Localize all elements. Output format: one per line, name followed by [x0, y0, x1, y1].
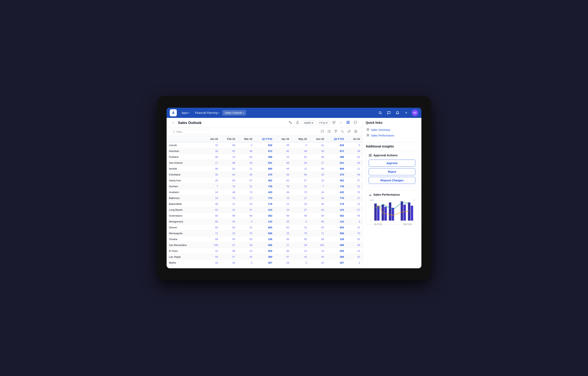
cell-value: 70 [237, 189, 255, 195]
svg-rect-21 [369, 154, 370, 155]
svg-rect-16 [368, 130, 369, 130]
cell-value: 133 [255, 219, 275, 225]
table-row: Santa Ana20605746260572046257 [167, 178, 363, 184]
cell-value: 36 [203, 148, 220, 154]
cell-value: 7 [203, 184, 220, 189]
cell-value: 872 [255, 148, 275, 154]
svg-rect-15 [367, 130, 368, 130]
cell-value: 889 [326, 166, 346, 172]
additional-insights-title: Additional insights [366, 145, 418, 148]
sort-icon[interactable] [287, 120, 293, 126]
svg-rect-13 [367, 128, 368, 129]
col-header-mar22: Mar 22 [237, 136, 255, 142]
cell-city: Baltimore [167, 195, 203, 201]
cell-value: 17 [203, 160, 220, 166]
more-options-icon[interactable]: ··· [338, 120, 343, 125]
cell-value: 3 [292, 219, 309, 225]
cell-value: 96 [275, 248, 291, 254]
cell-value: 5 [292, 142, 309, 148]
search-button[interactable] [377, 110, 383, 116]
svg-rect-6 [349, 123, 350, 124]
cell-value: 375 [326, 172, 346, 178]
svg-rect-20 [368, 135, 369, 136]
cell-value: 11 [292, 166, 309, 172]
approve-button[interactable]: Approve [369, 160, 415, 167]
cell-value: 20 [309, 178, 326, 184]
cell-value: 178 [255, 201, 275, 207]
svg-rect-18 [368, 134, 369, 135]
sales-performance-chart: 1000M 0 [369, 198, 415, 222]
cell-city: Minneapolis [167, 230, 203, 236]
cell-value: 488 [326, 154, 346, 160]
toolbar-filter-icon[interactable] [333, 129, 339, 135]
nav-item-apps[interactable]: Apps ▾ [179, 110, 192, 115]
notification-button[interactable] [394, 110, 401, 116]
cell-value: 60 [220, 178, 237, 184]
svg-rect-4 [349, 121, 350, 122]
chevron-down-icon: ▾ [312, 121, 313, 124]
cell-value: 3 [292, 260, 309, 266]
cell-value: 57 [346, 207, 363, 213]
cell-value: 57 [346, 178, 363, 184]
cell-value: 35 [346, 160, 363, 166]
nav-item-sales-outlook[interactable]: Sales Outlook ▾ [222, 110, 246, 115]
table-row: Omaha88956510895658810865 [167, 236, 363, 242]
year-filter[interactable]: FY22 ▾ [317, 120, 330, 125]
cell-value: 36 [309, 148, 326, 154]
cell-value: 31 [346, 225, 363, 230]
svg-rect-14 [368, 128, 369, 129]
quick-link-sales-performance[interactable]: Sales Performance [366, 133, 418, 138]
chat-button[interactable] [386, 110, 392, 116]
toolbar-comment-icon[interactable] [320, 129, 325, 135]
region-filter[interactable]: AMER ▾ [302, 120, 316, 125]
comment-icon[interactable] [353, 120, 358, 126]
search-input[interactable] [177, 130, 206, 133]
svg-rect-38 [403, 205, 406, 221]
table-row: Honolulu36924987292493687249 [167, 148, 363, 154]
cell-value: 99 [275, 213, 291, 219]
cell-value: 42 [309, 142, 326, 148]
table-row: Las Vegas56574238957425638942 [167, 254, 363, 260]
svg-marker-10 [334, 130, 337, 133]
cell-value: 108 [255, 236, 275, 242]
cell-city: San Antonio [167, 160, 203, 166]
share-icon[interactable] [295, 120, 300, 125]
toolbar-export-icon[interactable] [353, 129, 358, 135]
svg-text:0: 0 [413, 220, 414, 222]
cell-value: 92 [275, 148, 291, 154]
cell-value: 5 [346, 142, 363, 148]
cell-value: 83 [203, 225, 220, 230]
nav-item-financial-planning[interactable]: Financial Planning ▾ [193, 110, 222, 115]
help-button[interactable]: ? [403, 110, 409, 116]
cell-value: 62 [237, 154, 255, 160]
table-header-row: Jan 22 Feb 22 Mar 22 Q1 FY22 Apr 22 May … [167, 136, 363, 142]
cell-value: 95 [275, 236, 291, 242]
cell-value: 42 [203, 142, 220, 148]
cell-value: 76 [275, 184, 291, 189]
quick-link-sales-summary[interactable]: Sales Summary [366, 127, 418, 133]
reject-button[interactable]: Reject [369, 168, 415, 175]
cell-value: 3 [346, 260, 363, 266]
cell-value: 49 [292, 148, 309, 154]
cell-value: 96 [203, 166, 220, 172]
cell-value: 95 [220, 236, 237, 242]
cell-city: Long Beach [167, 207, 203, 213]
user-avatar[interactable]: TC [412, 109, 418, 116]
cell-value: 17 [237, 195, 255, 201]
cell-value: 17 [346, 195, 363, 201]
cell-value: 29 [275, 260, 291, 266]
svg-text:1000M: 1000M [370, 199, 374, 201]
toolbar-clock-icon[interactable] [326, 129, 332, 135]
cell-value: 88 [309, 236, 326, 242]
grid-view-icon[interactable] [345, 120, 351, 126]
app-logo[interactable]: A [170, 109, 177, 116]
request-changes-button[interactable]: Request Changes [369, 177, 415, 184]
toolbar-sort-icon[interactable] [340, 129, 345, 135]
app-window: A Apps ▾ Financial Planning ▾ Sales Outl… [167, 108, 421, 268]
edit-icon[interactable] [331, 120, 337, 125]
back-button[interactable]: ← [171, 120, 176, 125]
cell-value: 31 [237, 184, 255, 189]
cell-value: 3 [237, 260, 255, 266]
toolbar-link-icon[interactable] [346, 129, 352, 135]
col-header-may22: May 22 [292, 136, 309, 142]
